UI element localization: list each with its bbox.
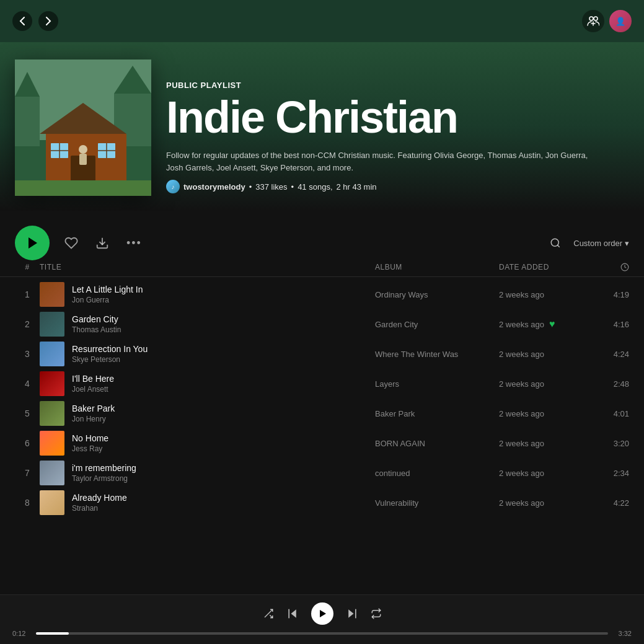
track-row[interactable]: 2 Garden City Thomas Austin Garden City … <box>0 309 644 339</box>
likes-count: 337 likes <box>255 182 287 192</box>
svg-rect-4 <box>15 97 40 146</box>
track-artist: Jon Guerra <box>72 296 143 304</box>
track-thumbnail <box>40 342 64 366</box>
track-title: I'll Be Here <box>72 374 114 384</box>
creator-name[interactable]: twostorymelody <box>183 182 245 192</box>
like-button[interactable] <box>62 234 81 252</box>
creator-avatar-small: ♪ <box>166 180 180 193</box>
nav-arrows <box>12 11 58 31</box>
header-album: Album <box>375 263 499 271</box>
track-album: Ordinary Ways <box>375 290 499 299</box>
order-chevron-icon: ▾ <box>625 239 629 248</box>
track-row[interactable]: 8 Already Home Strahan Vulnerability 2 w… <box>0 488 644 518</box>
track-title: No Home <box>72 433 108 443</box>
track-number: 4 <box>15 379 40 389</box>
friends-button[interactable] <box>582 10 604 32</box>
track-thumbnail <box>40 461 64 485</box>
svg-marker-28 <box>320 610 326 617</box>
download-button[interactable] <box>93 234 112 252</box>
track-text: i'm remembering Taylor Armstrong <box>72 463 136 483</box>
hero-content: Public Playlist Indie Christian Follow f… <box>15 60 600 196</box>
svg-point-0 <box>589 17 593 20</box>
track-number: 8 <box>15 498 40 508</box>
player-play-button[interactable] <box>311 602 333 625</box>
track-artist: Strahan <box>72 504 127 513</box>
track-info: i'm remembering Taylor Armstrong <box>40 461 375 485</box>
progress-bar[interactable] <box>36 632 608 635</box>
track-rows: 1 Let A Little Light In Jon Guerra Ordin… <box>0 280 644 518</box>
avatar-initials: 👤 <box>615 17 625 26</box>
track-duration: 3:20 <box>598 439 629 448</box>
track-row[interactable]: 4 I'll Be Here Joel Ansett Layers 2 week… <box>0 369 644 399</box>
track-row[interactable]: 3 Resurrection In You Skye Peterson Wher… <box>0 339 644 369</box>
next-button[interactable] <box>346 607 358 620</box>
track-thumbnail <box>40 371 64 396</box>
track-thumbnail <box>40 401 64 426</box>
search-button[interactable] <box>550 237 561 249</box>
track-title: Baker Park <box>72 404 115 413</box>
track-info: Resurrection In You Skye Peterson <box>40 342 375 366</box>
playlist-type-label: Public Playlist <box>166 81 600 90</box>
svg-marker-20 <box>29 237 37 249</box>
track-info: Let A Little Light In Jon Guerra <box>40 282 375 307</box>
header-duration <box>598 263 629 271</box>
meta-separator-2: • <box>291 182 294 192</box>
track-row[interactable]: 5 Baker Park Jon Henry Baker Park 2 week… <box>0 399 644 428</box>
svg-point-17 <box>79 145 87 154</box>
svg-point-22 <box>552 239 559 246</box>
track-album: Vulnerability <box>375 498 499 508</box>
forward-button[interactable] <box>38 11 58 31</box>
track-artist: Thomas Austin <box>72 325 121 334</box>
track-info: Garden City Thomas Austin <box>40 312 375 337</box>
shuffle-button[interactable] <box>263 608 274 619</box>
playlist-title: Indie Christian <box>166 95 600 139</box>
current-time: 0:12 <box>12 630 30 637</box>
track-info: Already Home Strahan <box>40 490 375 515</box>
track-duration: 2:34 <box>598 469 629 478</box>
hero-info: Public Playlist Indie Christian Follow f… <box>166 81 600 196</box>
player-bar: 0:12 3:32 <box>0 594 644 644</box>
track-title: Let A Little Light In <box>72 285 143 294</box>
nav-right: 👤 <box>582 10 632 32</box>
track-number: 5 <box>15 408 40 418</box>
user-avatar[interactable]: 👤 <box>609 10 632 32</box>
track-thumbnail <box>40 312 64 337</box>
track-thumbnail <box>40 490 64 515</box>
progress-fill <box>36 632 69 635</box>
track-number: 2 <box>15 319 40 329</box>
track-date: 2 weeks ago ♥ <box>499 319 598 330</box>
track-artist: Jon Henry <box>72 415 115 423</box>
track-title: i'm remembering <box>72 463 136 473</box>
custom-order-button[interactable]: Custom order ▾ <box>573 239 629 248</box>
liked-icon: ♥ <box>549 319 555 330</box>
track-album: Layers <box>375 379 499 389</box>
track-album: Where The Winter Was <box>375 350 499 359</box>
back-button[interactable] <box>12 11 32 31</box>
track-list-container: # Title Album Date added 1 Let A Little … <box>0 260 644 607</box>
track-row[interactable]: 1 Let A Little Light In Jon Guerra Ordin… <box>0 280 644 309</box>
svg-rect-18 <box>79 154 87 165</box>
top-navigation: 👤 <box>0 0 644 42</box>
track-row[interactable]: 7 i'm remembering Taylor Armstrong conti… <box>0 458 644 488</box>
track-album: continued <box>375 469 499 478</box>
track-date: 2 weeks ago <box>499 290 598 299</box>
track-info: I'll Be Here Joel Ansett <box>40 371 375 396</box>
track-text: Garden City Thomas Austin <box>72 314 121 334</box>
duration: 2 hr 43 min <box>337 182 377 192</box>
track-row[interactable]: 6 No Home Jess Ray BORN AGAIN 2 weeks ag… <box>0 428 644 458</box>
track-date: 2 weeks ago <box>499 469 598 478</box>
track-number: 7 <box>15 468 40 478</box>
track-duration: 4:16 <box>598 320 629 329</box>
svg-rect-19 <box>15 180 151 196</box>
svg-marker-29 <box>348 609 353 617</box>
track-duration: 4:24 <box>598 350 629 359</box>
track-text: No Home Jess Ray <box>72 433 108 453</box>
repeat-button[interactable] <box>371 608 382 619</box>
play-button-large[interactable] <box>15 226 50 260</box>
track-album: BORN AGAIN <box>375 439 499 448</box>
more-button[interactable]: ••• <box>124 234 144 252</box>
previous-button[interactable] <box>286 607 299 620</box>
playlist-description: Follow for regular updates of the best n… <box>166 149 600 174</box>
track-number: 6 <box>15 438 40 448</box>
track-artist: Skye Peterson <box>72 355 148 364</box>
